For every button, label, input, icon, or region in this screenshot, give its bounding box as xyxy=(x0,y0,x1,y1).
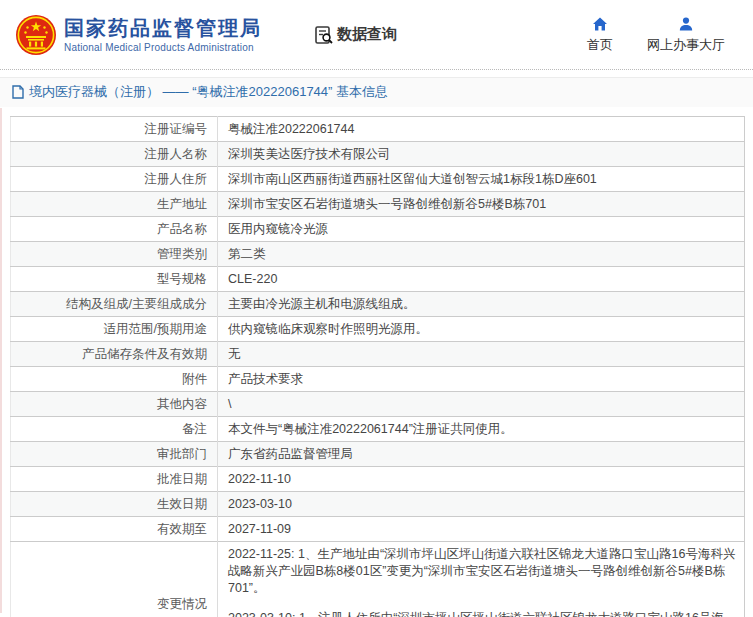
row-label: 附件 xyxy=(11,367,218,392)
header-nav: 首页 网上办事大厅 xyxy=(587,16,739,54)
table-row: 备注本文件与“粤械注准20222061744”注册证共同使用。 xyxy=(11,417,745,442)
table-row: 结构及组成/主要组成成分主要由冷光源主机和电源线组成。 xyxy=(11,292,745,317)
nav-home-label: 首页 xyxy=(587,36,613,54)
table-row: 管理类别第二类 xyxy=(11,242,745,267)
nav-service-hall[interactable]: 网上办事大厅 xyxy=(647,16,725,54)
table-row: 产品名称医用内窥镜冷光源 xyxy=(11,217,745,242)
row-label: 其他内容 xyxy=(11,392,218,417)
table-row: 附件产品技术要求 xyxy=(11,367,745,392)
row-value: 主要由冷光源主机和电源线组成。 xyxy=(218,292,745,317)
table-row: 其他内容\ xyxy=(11,392,745,417)
row-value: 无 xyxy=(218,342,745,367)
row-value: \ xyxy=(218,392,745,417)
document-icon xyxy=(12,85,24,99)
row-label: 注册证编号 xyxy=(11,117,218,142)
row-label: 变更情况 xyxy=(11,542,218,617)
row-value: 供内窥镜临床观察时作照明光源用。 xyxy=(218,317,745,342)
table-row: 审批部门广东省药品监督管理局 xyxy=(11,442,745,467)
site-header: 国家药品监督管理局 National Medical Products Admi… xyxy=(0,0,753,70)
row-value: 2022-11-25: 1、生产地址由“深圳市坪山区坪山街道六联社区锦龙大道路口… xyxy=(218,542,745,617)
nav-service-hall-label: 网上办事大厅 xyxy=(647,36,725,54)
row-value: 第二类 xyxy=(218,242,745,267)
agency-title: 国家药品监督管理局 xyxy=(64,16,262,40)
row-label: 产品名称 xyxy=(11,217,218,242)
agency-subtitle: National Medical Products Administration xyxy=(64,42,262,53)
row-label: 生效日期 xyxy=(11,492,218,517)
row-value: CLE-220 xyxy=(218,267,745,292)
table-row: 变更情况2022-11-25: 1、生产地址由“深圳市坪山区坪山街道六联社区锦龙… xyxy=(11,542,745,617)
user-icon xyxy=(678,16,694,32)
row-label: 型号规格 xyxy=(11,267,218,292)
row-value: 深圳英美达医疗技术有限公司 xyxy=(218,142,745,167)
row-value: 广东省药品监督管理局 xyxy=(218,442,745,467)
row-value: 2027-11-09 xyxy=(218,517,745,542)
left-edge-line xyxy=(0,108,2,613)
row-value: 2022-11-10 xyxy=(218,467,745,492)
change-paragraph: 2022-11-25: 1、生产地址由“深圳市坪山区坪山街道六联社区锦龙大道路口… xyxy=(228,546,736,597)
row-label: 适用范围/预期用途 xyxy=(11,317,218,342)
info-table: 注册证编号粤械注准20222061744注册人名称深圳英美达医疗技术有限公司注册… xyxy=(10,116,745,617)
row-label: 结构及组成/主要组成成分 xyxy=(11,292,218,317)
table-row: 注册证编号粤械注准20222061744 xyxy=(11,117,745,142)
row-label: 审批部门 xyxy=(11,442,218,467)
row-label: 注册人名称 xyxy=(11,142,218,167)
row-label: 有效期至 xyxy=(11,517,218,542)
table-row: 批准日期2022-11-10 xyxy=(11,467,745,492)
nav-data-query[interactable]: 数据查询 xyxy=(314,25,397,45)
row-label: 管理类别 xyxy=(11,242,218,267)
breadcrumb: 境内医疗器械（注册） —— “粤械注准20222061744” 基本信息 xyxy=(0,77,753,107)
table-row: 型号规格CLE-220 xyxy=(11,267,745,292)
row-value: 产品技术要求 xyxy=(218,367,745,392)
row-label: 批准日期 xyxy=(11,467,218,492)
national-emblem-logo xyxy=(16,15,56,55)
data-query-icon xyxy=(314,25,334,45)
table-row: 生产地址深圳市宝安区石岩街道塘头一号路创维创新谷5#楼B栋701 xyxy=(11,192,745,217)
breadcrumb-text: 境内医疗器械（注册） —— “粤械注准20222061744” 基本信息 xyxy=(29,83,388,101)
row-label: 备注 xyxy=(11,417,218,442)
home-icon xyxy=(592,16,608,32)
row-value: 2023-03-10 xyxy=(218,492,745,517)
row-value: 深圳市南山区西丽街道西丽社区留仙大道创智云城1标段1栋D座601 xyxy=(218,167,745,192)
table-row: 生效日期2023-03-10 xyxy=(11,492,745,517)
row-value: 深圳市宝安区石岩街道塘头一号路创维创新谷5#楼B栋701 xyxy=(218,192,745,217)
registration-info: 注册证编号粤械注准20222061744注册人名称深圳英美达医疗技术有限公司注册… xyxy=(0,107,753,617)
row-label: 产品储存条件及有效期 xyxy=(11,342,218,367)
row-label: 注册人住所 xyxy=(11,167,218,192)
brand: 国家药品监督管理局 National Medical Products Admi… xyxy=(16,15,262,55)
row-value: 医用内窥镜冷光源 xyxy=(218,217,745,242)
row-value: 粤械注准20222061744 xyxy=(218,117,745,142)
row-value: 本文件与“粤械注准20222061744”注册证共同使用。 xyxy=(218,417,745,442)
row-label: 生产地址 xyxy=(11,192,218,217)
table-row: 注册人名称深圳英美达医疗技术有限公司 xyxy=(11,142,745,167)
table-row: 注册人住所深圳市南山区西丽街道西丽社区留仙大道创智云城1标段1栋D座601 xyxy=(11,167,745,192)
change-paragraph: 2023-03-10: 1、注册人住所由“深圳市坪山区坪山街道六联社区锦龙大道路… xyxy=(228,610,736,617)
table-row: 有效期至2027-11-09 xyxy=(11,517,745,542)
table-row: 产品储存条件及有效期无 xyxy=(11,342,745,367)
brand-text: 国家药品监督管理局 National Medical Products Admi… xyxy=(64,16,262,53)
nav-home[interactable]: 首页 xyxy=(587,16,613,54)
data-query-label: 数据查询 xyxy=(337,25,397,44)
table-row: 适用范围/预期用途供内窥镜临床观察时作照明光源用。 xyxy=(11,317,745,342)
info-table-body: 注册证编号粤械注准20222061744注册人名称深圳英美达医疗技术有限公司注册… xyxy=(11,117,745,617)
